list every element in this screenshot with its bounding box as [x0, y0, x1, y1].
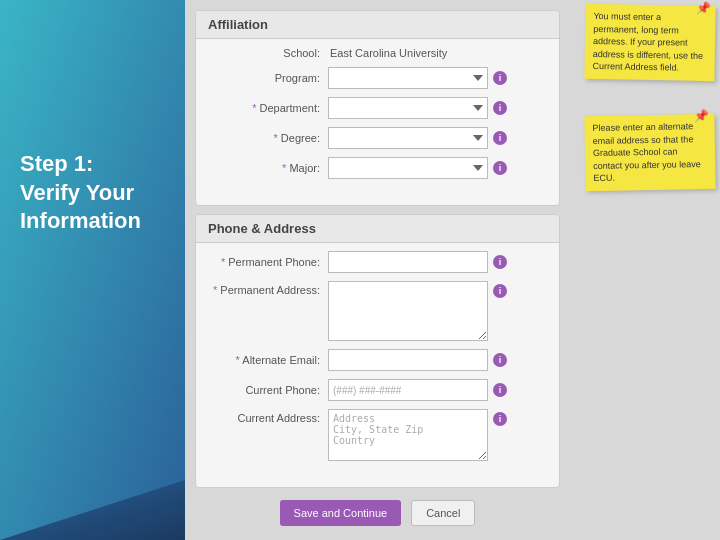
step-number: Step 1: — [20, 151, 93, 176]
alternate-email-row: * Alternate Email: i — [208, 349, 547, 371]
affiliation-header: Affiliation — [196, 11, 559, 39]
permanent-phone-row: * Permanent Phone: i — [208, 251, 547, 273]
degree-control: i — [328, 127, 547, 149]
current-address-input[interactable]: Address City, State Zip Country — [328, 409, 488, 461]
permanent-phone-input[interactable] — [328, 251, 488, 273]
permanent-address-input[interactable] — [328, 281, 488, 341]
alternate-email-control: i — [328, 349, 547, 371]
current-address-row: Current Address: Address City, State Zip… — [208, 409, 547, 461]
sidebar: Step 1: Verify Your Information — [0, 0, 185, 540]
current-phone-label: Current Phone: — [208, 384, 328, 396]
cancel-button[interactable]: Cancel — [411, 500, 475, 526]
degree-select[interactable] — [328, 127, 488, 149]
school-value: East Carolina University — [328, 47, 447, 59]
permanent-phone-control: i — [328, 251, 547, 273]
sticky-note-email: Please enter an alternate email address … — [584, 114, 715, 191]
main-content: You must enter a permanent, long term ad… — [185, 0, 720, 540]
program-label: Program: — [208, 72, 328, 84]
department-info-icon[interactable]: i — [493, 101, 507, 115]
phone-address-section: Phone & Address * Permanent Phone: i * P… — [195, 214, 560, 488]
permanent-address-control: i — [328, 281, 547, 341]
alternate-email-label: * Alternate Email: — [208, 354, 328, 366]
program-control: i — [328, 67, 547, 89]
current-phone-input[interactable] — [328, 379, 488, 401]
affiliation-section: Affiliation School: East Carolina Univer… — [195, 10, 560, 206]
step-description: Verify Your Information — [20, 180, 141, 234]
permanent-address-row: * Permanent Address: i — [208, 281, 547, 341]
step-label: Step 1: Verify Your Information — [20, 150, 165, 236]
current-phone-row: Current Phone: i — [208, 379, 547, 401]
permanent-address-label: * Permanent Address: — [208, 281, 328, 296]
department-select[interactable] — [328, 97, 488, 119]
save-continue-button[interactable]: Save and Continue — [280, 500, 402, 526]
program-row: Program: i — [208, 67, 547, 89]
school-label: School: — [208, 47, 328, 59]
major-info-icon[interactable]: i — [493, 161, 507, 175]
current-address-info-icon[interactable]: i — [493, 412, 507, 426]
current-phone-control: i — [328, 379, 547, 401]
sticky-note-address: You must enter a permanent, long term ad… — [584, 4, 715, 81]
department-label: * Department: — [208, 102, 328, 114]
department-control: i — [328, 97, 547, 119]
affiliation-form-body: School: East Carolina University Program… — [196, 39, 559, 195]
permanent-phone-label: * Permanent Phone: — [208, 256, 328, 268]
alternate-email-info-icon[interactable]: i — [493, 353, 507, 367]
program-select[interactable] — [328, 67, 488, 89]
major-row: * Major: i — [208, 157, 547, 179]
school-row: School: East Carolina University — [208, 47, 547, 59]
phone-address-header: Phone & Address — [196, 215, 559, 243]
degree-required-star: * — [274, 132, 281, 144]
degree-info-icon[interactable]: i — [493, 131, 507, 145]
program-info-icon[interactable]: i — [493, 71, 507, 85]
degree-label: * Degree: — [208, 132, 328, 144]
permanent-address-info-icon[interactable]: i — [493, 284, 507, 298]
major-control: i — [328, 157, 547, 179]
major-select[interactable] — [328, 157, 488, 179]
alternate-email-input[interactable] — [328, 349, 488, 371]
current-address-label: Current Address: — [208, 409, 328, 424]
button-row: Save and Continue Cancel — [195, 500, 560, 531]
degree-row: * Degree: i — [208, 127, 547, 149]
phone-address-form-body: * Permanent Phone: i * Permanent Address… — [196, 243, 559, 477]
major-label: * Major: — [208, 162, 328, 174]
permanent-phone-info-icon[interactable]: i — [493, 255, 507, 269]
current-address-control: Address City, State Zip Country i — [328, 409, 547, 461]
department-row: * Department: i — [208, 97, 547, 119]
current-phone-info-icon[interactable]: i — [493, 383, 507, 397]
school-value-wrap: East Carolina University — [328, 47, 547, 59]
